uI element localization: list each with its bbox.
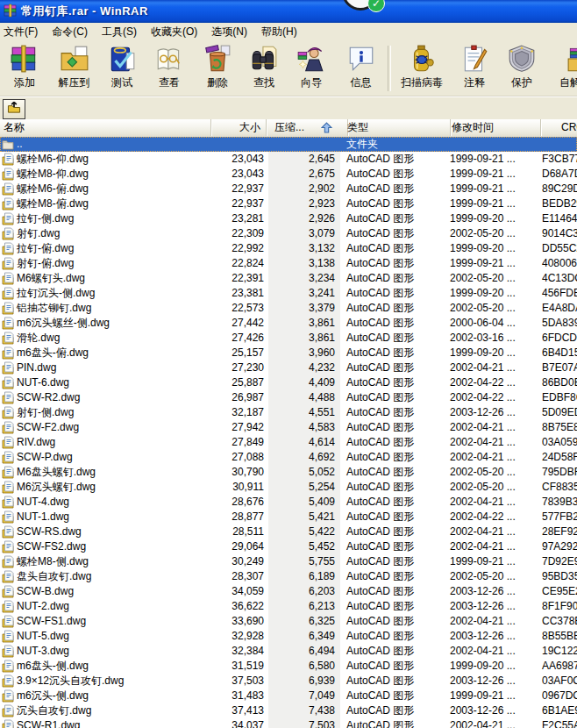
view-button[interactable]: 查看: [145, 42, 194, 95]
table-row[interactable]: 射钉-侧.dwg32,1874,551AutoCAD 图形2003-12-26 …: [0, 405, 577, 420]
table-row[interactable]: 3.9×12沉头自攻钉.dwg37,5036,939AutoCAD 图形2003…: [0, 674, 577, 689]
dwg-file-icon: [2, 361, 14, 375]
table-row[interactable]: NUT-2.dwg36,6226,213AutoCAD 图形2003-12-26…: [0, 599, 577, 614]
dwg-file-icon: [2, 600, 14, 613]
up-directory-button[interactable]: [3, 99, 25, 119]
dwg-file-icon: [2, 660, 14, 673]
table-row[interactable]: SCW-P.dwg27,0884,692AutoCAD 图形2002-04-21…: [0, 450, 577, 465]
table-row[interactable]: m6沉头螺丝-侧.dwg27,4423,861AutoCAD 图形2000-06…: [0, 316, 577, 331]
extract-to-button[interactable]: 解压到: [49, 42, 99, 95]
dwg-file-icon: [2, 704, 14, 717]
table-row[interactable]: NUT-6.dwg25,8874,409AutoCAD 图形2002-04-22…: [0, 375, 577, 390]
table-row[interactable]: 螺栓M8-仰.dwg23,0432,675AutoCAD 图形1999-09-2…: [0, 167, 577, 182]
table-row[interactable]: NUT-5.dwg32,9286,349AutoCAD 图形2003-12-26…: [0, 629, 577, 644]
find-button[interactable]: 查找: [241, 42, 287, 95]
table-row[interactable]: PIN.dwg27,2304,232AutoCAD 图形2002-04-21 .…: [0, 360, 577, 375]
view-book-glasses-icon: [154, 42, 184, 76]
dwg-file-icon: [2, 227, 14, 240]
table-row[interactable]: 拉钉沉头-侧.dwg23,3813,241AutoCAD 图形1999-09-2…: [0, 286, 577, 301]
menu-commands[interactable]: 命令(C): [45, 23, 95, 41]
table-row[interactable]: SCW-B.dwg34,0596,203AutoCAD 图形2003-12-26…: [0, 584, 577, 599]
column-header-size[interactable]: 大小: [208, 119, 267, 136]
test-book-icon: [107, 42, 137, 76]
table-row[interactable]: 盘头自攻钉.dwg28,3076,189AutoCAD 图形2002-05-20…: [0, 569, 577, 584]
table-row[interactable]: 射钉-俯.dwg22,8243,138AutoCAD 图形1999-09-21 …: [0, 256, 577, 271]
menu-file[interactable]: 文件(F): [0, 23, 45, 41]
info-button[interactable]: 信息: [336, 42, 386, 95]
table-row[interactable]: 沉头自攻钉.dwg37,4137,438AutoCAD 图形2003-12-26…: [0, 703, 577, 718]
file-list[interactable]: ..文件夹螺栓M6-仰.dwg23,0432,645AutoCAD 图形1999…: [0, 137, 577, 728]
table-row[interactable]: m6盘头-俯.dwg25,1573,960AutoCAD 图形1999-09-2…: [0, 346, 577, 360]
table-row[interactable]: SCW-RS.dwg28,5115,422AutoCAD 图形2002-04-2…: [0, 525, 577, 539]
table-row[interactable]: M6沉头螺钉.dwg30,9115,254AutoCAD 图形2002-05-2…: [0, 480, 577, 495]
column-header-type[interactable]: 类型: [340, 119, 451, 136]
main-toolbar: 添加 解压到 测试 查看 删除 查找 向导 信息 扫描病毒 注释 保护: [0, 40, 577, 96]
table-row[interactable]: 拉钉-俯.dwg22,9923,132AutoCAD 图形1999-09-20 …: [0, 241, 577, 256]
dwg-file-icon: [2, 555, 14, 568]
table-row[interactable]: SCW-R1.dwg34,0377,503AutoCAD 图形2002-04-2…: [0, 718, 577, 728]
comment-button[interactable]: 注释: [450, 42, 499, 95]
table-row[interactable]: RIV.dwg27,8494,614AutoCAD 图形2002-04-21 .…: [0, 435, 577, 450]
dwg-file-icon: [2, 376, 14, 389]
dwg-file-icon: [2, 510, 14, 524]
dwg-file-icon: [2, 287, 14, 300]
dwg-file-icon: [2, 406, 14, 419]
table-row[interactable]: NUT-3.dwg32,3846,494AutoCAD 图形2002-04-21…: [0, 644, 577, 659]
test-button[interactable]: 测试: [99, 42, 145, 95]
table-row[interactable]: 螺栓M6-仰.dwg23,0432,645AutoCAD 图形1999-09-2…: [0, 152, 577, 167]
parent-directory-row[interactable]: ..文件夹: [0, 137, 577, 152]
table-row[interactable]: SCW-FS2.dwg29,0645,452AutoCAD 图形2002-04-…: [0, 539, 577, 554]
comment-note-icon: [459, 42, 489, 76]
table-row[interactable]: 螺栓M8-俯.dwg22,9372,923AutoCAD 图形1999-09-2…: [0, 196, 577, 211]
protect-button[interactable]: 保护: [499, 42, 545, 95]
scan-virus-button[interactable]: 扫描病毒: [394, 42, 450, 95]
dwg-file-icon: [2, 421, 14, 434]
dwg-file-icon: [2, 719, 14, 728]
dwg-file-icon: [2, 346, 14, 360]
extract-folder-icon: [60, 42, 89, 76]
column-header-modified[interactable]: 修改时间: [444, 119, 541, 136]
virus-scan-icon: [407, 42, 437, 76]
column-header-crc[interactable]: CRC: [533, 119, 577, 136]
add-button[interactable]: 添加: [0, 42, 49, 95]
add-books-icon: [10, 42, 39, 76]
column-header-name[interactable]: 名称: [0, 119, 211, 136]
menu-options[interactable]: 选项(N): [204, 23, 254, 41]
table-row[interactable]: 拉钉-侧.dwg23,2812,926AutoCAD 图形1999-09-20 …: [0, 211, 577, 226]
table-row[interactable]: m6盘头-侧.dwg31,5196,580AutoCAD 图形1999-09-2…: [0, 659, 577, 674]
table-row[interactable]: m6沉头-侧.dwg31,4837,049AutoCAD 图形1999-09-2…: [0, 689, 577, 703]
dwg-file-icon: [2, 257, 14, 270]
sfx-button[interactable]: 自解压: [545, 42, 577, 95]
table-row[interactable]: 射钉.dwg22,3093,079AutoCAD 图形2002-05-20 ..…: [0, 226, 577, 241]
dwg-file-icon: [2, 153, 14, 166]
column-header-packed[interactable]: 压缩...: [267, 119, 348, 136]
delete-button[interactable]: 删除: [194, 42, 241, 95]
table-row[interactable]: M6盘头螺钉.dwg30,7905,052AutoCAD 图形2002-05-2…: [0, 465, 577, 480]
dwg-file-icon: [2, 674, 14, 688]
info-bubble-icon: [346, 42, 376, 76]
wizard-button[interactable]: 向导: [287, 42, 336, 95]
menu-favorites[interactable]: 收藏夹(O): [144, 23, 204, 41]
dwg-file-icon: [2, 242, 14, 255]
dwg-file-icon: [2, 540, 14, 553]
table-row[interactable]: 铝抽芯铆钉.dwg22,5733,379AutoCAD 图形2002-05-20…: [0, 301, 577, 316]
table-row[interactable]: NUT-4.dwg28,6765,409AutoCAD 图形2002-04-21…: [0, 495, 577, 510]
window-title: 常用钉库.rar - WinRAR: [21, 4, 148, 19]
menu-tools[interactable]: 工具(S): [95, 23, 144, 41]
menu-help[interactable]: 帮助(H): [254, 23, 304, 41]
sfx-box-icon: [554, 42, 577, 76]
table-row[interactable]: SCW-R2.dwg26,9874,488AutoCAD 图形2002-04-2…: [0, 390, 577, 405]
table-row[interactable]: SCW-F2.dwg27,9424,583AutoCAD 图形2002-04-2…: [0, 420, 577, 435]
sort-up-arrow-icon: [321, 122, 332, 133]
table-row[interactable]: 滑轮.dwg27,4263,861AutoCAD 图形2002-03-16 ..…: [0, 331, 577, 346]
title-bar[interactable]: 常用钉库.rar - WinRAR: [0, 0, 577, 23]
table-row[interactable]: 螺栓M6-俯.dwg22,9372,902AutoCAD 图形1999-09-2…: [0, 182, 577, 196]
folder-up-icon: [7, 101, 21, 118]
menu-bar: 文件(F) 命令(C) 工具(S) 收藏夹(O) 选项(N) 帮助(H): [0, 23, 577, 40]
table-row[interactable]: M6螺钉头.dwg22,3913,234AutoCAD 图形2002-05-20…: [0, 271, 577, 286]
table-row[interactable]: SCW-FS1.dwg33,6906,325AutoCAD 图形2002-04-…: [0, 614, 577, 629]
table-row[interactable]: NUT-1.dwg28,8775,421AutoCAD 图形2002-04-22…: [0, 510, 577, 525]
dwg-file-icon: [2, 332, 14, 345]
table-row[interactable]: 螺栓M8-侧.dwg30,2495,755AutoCAD 图形1999-09-2…: [0, 554, 577, 569]
address-bar: [0, 96, 577, 121]
